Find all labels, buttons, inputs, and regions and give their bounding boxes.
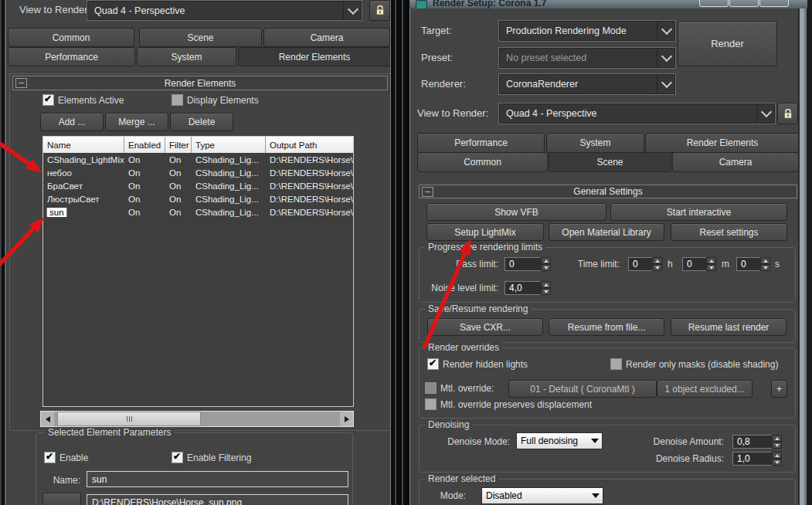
render-button[interactable]: Render [678,21,777,66]
merge-button[interactable]: Merge ... [105,113,168,131]
spin-down-icon[interactable] [772,459,782,466]
scroll-right-icon[interactable] [340,412,353,426]
spin-down-icon[interactable] [772,442,782,449]
chevron-down-icon[interactable] [657,21,675,41]
elements-active-checkbox[interactable] [42,94,54,106]
window-close-button[interactable] [759,0,789,7]
time-limit-s-spinner[interactable] [760,257,770,271]
render-elements-table[interactable]: Name Enabled Filter Type Output Path CSh… [42,136,354,407]
start-interactive-button[interactable]: Start interactive [610,203,787,221]
spin-down-icon[interactable] [541,288,551,295]
cell-enabled[interactable]: On [124,168,165,178]
tab-performance[interactable]: Performance [417,133,545,153]
spin-up-icon[interactable] [772,435,782,442]
mtl-override-checkbox[interactable] [425,382,437,394]
lock-view-button[interactable] [777,103,798,124]
lock-view-button[interactable] [369,0,390,21]
time-limit-m-field[interactable]: 0 [682,257,708,271]
renderer-dropdown[interactable]: CoronaRenderer [498,73,676,95]
render-only-masks-checkbox[interactable] [610,358,622,370]
col-filter[interactable]: Filter [165,137,192,153]
cell-filter[interactable]: On [165,208,192,217]
time-limit-h-field[interactable]: 0 [628,257,654,271]
scrollbar-track[interactable] [54,412,340,426]
render-setup-titlebar[interactable]: Render Setup: Corona 1.7 [409,0,807,8]
spin-up-icon[interactable] [706,257,716,264]
tab-system[interactable]: System [546,133,644,153]
denoise-amount-field[interactable]: 0,8 [732,435,773,449]
pass-limit-field[interactable]: 0 [505,257,542,271]
delete-button[interactable]: Delete [170,113,233,131]
window-maximize-button[interactable] [729,0,759,7]
cell-filter[interactable]: On [165,155,192,164]
element-output-path-field[interactable]: D:\RENDERS\Horse\Horse_sun.png [87,494,348,505]
dropdown-arrow-icon[interactable] [588,439,602,443]
collapse-icon[interactable]: – [15,78,27,88]
scrollbar-thumb[interactable] [57,412,201,426]
spin-up-icon[interactable] [541,257,551,264]
col-name[interactable]: Name [43,137,124,153]
render-selected-mode-combo[interactable]: Disabled [481,487,603,504]
tab-render-elements[interactable]: Render Elements [238,47,391,66]
table-row[interactable]: небоо On On CShading_Lig... D:\RENDERS\H… [43,166,353,179]
cell-name-selected[interactable]: sun [46,208,67,217]
enable-checkbox[interactable] [44,452,56,463]
spin-down-icon[interactable] [706,264,716,271]
chevron-down-icon[interactable] [343,1,362,20]
spin-up-icon[interactable] [772,452,782,459]
time-limit-m-spinner[interactable] [706,257,716,271]
spin-up-icon[interactable] [652,257,662,264]
denoise-mode-combo[interactable]: Full denoising [516,432,603,449]
render-setup-scrollbar[interactable] [798,8,807,505]
table-row-selected[interactable]: sun On On CShading_Lig... D:\RENDERS\Hor… [43,205,353,219]
table-row[interactable]: CShading_LightMix On On CShading_Lig... … [43,153,353,166]
preserves-displacement-checkbox[interactable] [425,398,437,410]
enable-filtering-checkbox[interactable] [172,452,183,463]
dropdown-arrow-icon[interactable] [589,493,603,498]
tab-render-elements[interactable]: Render Elements [645,133,800,153]
col-enabled[interactable]: Enabled [124,137,165,153]
setup-lightmix-button[interactable]: Setup LightMix [426,223,544,241]
col-type[interactable]: Type [192,137,266,153]
open-material-library-button[interactable]: Open Material Library [549,223,664,241]
collapse-icon[interactable]: – [422,187,433,197]
spin-down-icon[interactable] [652,264,662,271]
general-settings-rollout-header[interactable]: – General Settings [419,185,797,198]
denoise-radius-spinner[interactable] [772,452,782,466]
tab-camera[interactable]: Camera [263,28,390,47]
cell-enabled[interactable]: On [124,181,165,191]
chevron-down-icon[interactable] [657,74,675,94]
view-to-render-dropdown[interactable]: Quad 4 - Perspective [498,103,776,124]
noise-level-spinner[interactable] [541,281,551,295]
noise-level-limit-field[interactable]: 4,0 [505,281,542,295]
tab-common[interactable]: Common [8,28,134,47]
cell-name[interactable]: ЛюстрыСвет [43,195,124,204]
window-minimize-button[interactable] [699,0,729,7]
target-dropdown[interactable]: Production Rendering Mode [498,20,676,42]
spin-down-icon[interactable] [541,264,551,271]
cell-name[interactable]: небоо [43,168,124,178]
cell-name[interactable]: БраСвет [43,181,124,191]
preset-dropdown[interactable]: No preset selected [498,47,676,69]
cell-enabled[interactable]: On [124,195,165,204]
tab-scene[interactable]: Scene [139,28,262,47]
render-elements-rollout-header[interactable]: – Render Elements [12,76,388,90]
spin-down-icon[interactable] [760,264,770,271]
tab-performance[interactable]: Performance [8,47,135,66]
time-limit-h-spinner[interactable] [652,257,662,271]
tab-common[interactable]: Common [417,152,548,172]
cell-filter[interactable]: On [165,168,192,178]
cell-enabled[interactable]: On [124,155,165,164]
spin-up-icon[interactable] [760,257,770,264]
add-button[interactable]: Add ... [40,113,104,131]
chevron-down-icon[interactable] [756,103,775,124]
tab-camera[interactable]: Camera [672,152,799,172]
scroll-left-icon[interactable] [41,412,54,426]
element-name-field[interactable]: sun [87,471,348,487]
denoise-radius-field[interactable]: 1,0 [732,452,773,466]
col-output-path[interactable]: Output Path [266,137,353,153]
pass-limit-spinner[interactable] [541,257,551,271]
cell-name[interactable]: CShading_LightMix [43,155,124,164]
tab-system[interactable]: System [137,47,236,66]
table-row[interactable]: ЛюстрыСвет On On CShading_Lig... D:\REND… [43,192,353,205]
